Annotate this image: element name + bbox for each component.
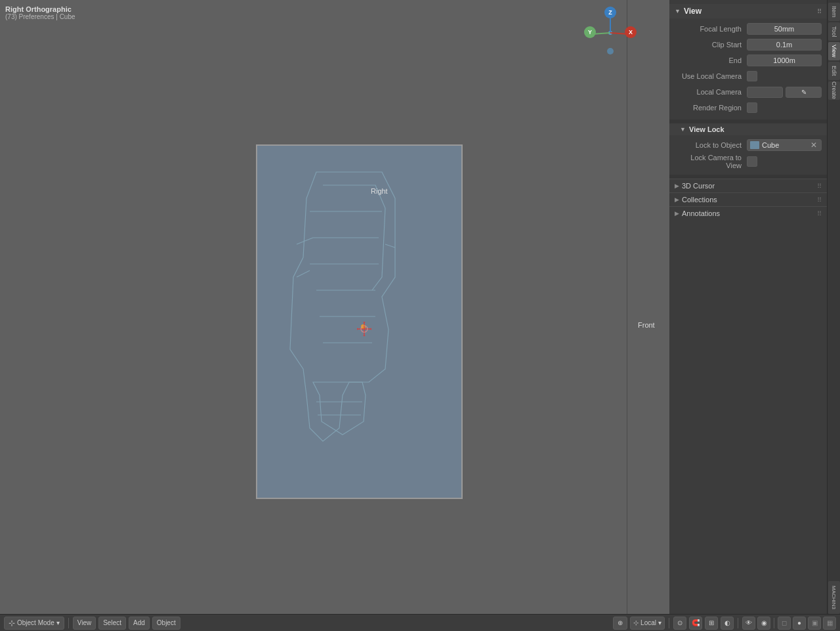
cursor-3d-collapse[interactable]: ▶ 3D Cursor ⠿ [669,179,827,192]
object-menu-label: Object [157,619,176,626]
space-arrow: ▾ [658,619,662,626]
status-divider-4 [774,618,774,628]
mode-label: Object Mode [17,619,54,626]
mode-icon: ⊹ [9,619,15,628]
clip-start-row: Clip Start 0.1m [675,38,822,51]
panel-tabs: Item Tool View Edit Create MACHIN3 [827,0,840,614]
view-section-dots: ⠿ [817,8,822,15]
cursor-3d-dots: ⠿ [817,183,822,190]
render-region-label: Render Region [675,104,747,112]
focal-length-row: Focal Length 50mm [675,22,822,35]
svg-point-8 [364,322,366,323]
lock-camera-checkbox[interactable] [747,156,757,167]
viewport-breadcrumb: (73) Preferences | Cube [5,13,75,20]
collections-arrow: ▶ [675,196,679,203]
view-menu-label: View [77,619,92,626]
local-camera-picker[interactable]: ✎ [786,87,822,98]
annotations-title: Annotations [682,209,817,217]
clip-end-value[interactable]: 1000m [747,54,822,66]
view-section-content: Focal Length 50mm Clip Start 0.1m End 10… [669,20,827,120]
clip-end-row: End 1000m [675,54,822,67]
cursor-pivot[interactable]: ⊕ [613,617,627,630]
shading-solid-btn[interactable]: ● [793,617,806,630]
view-lock-title: View Lock [689,125,724,133]
select-menu-label: Select [103,619,121,626]
view-section-header[interactable]: ▼ View ⠿ [669,4,827,18]
view-menu[interactable]: View [73,617,96,630]
viewport[interactable]: Right Orthographic (73) Preferences | Cu… [0,0,669,614]
status-divider-1 [68,618,69,628]
label-front: Front [638,321,655,329]
use-local-camera-checkbox[interactable] [747,71,757,81]
svg-point-10 [357,328,358,330]
lock-to-object-icon [750,141,759,149]
cursor-3d-title: 3D Cursor [682,182,817,190]
render-region-checkbox[interactable] [747,102,757,113]
transform-btn[interactable]: ⊞ [705,617,718,630]
focal-length-value[interactable]: 50mm [747,23,822,35]
view-lock-arrow: ▼ [680,126,686,133]
svg-point-9 [364,336,366,337]
annotations-arrow: ▶ [675,210,679,217]
object-menu[interactable]: Object [152,617,180,630]
cursor-3d-arrow: ▶ [675,183,679,189]
local-camera-value[interactable] [747,87,783,98]
mode-selector[interactable]: ⊹ Object Mode ▾ [4,617,64,630]
render-region-row: Render Region [675,101,822,114]
select-menu[interactable]: Select [98,617,126,630]
use-local-camera-label: Use Local Camera [675,72,747,80]
clip-start-value[interactable]: 0.1m [747,39,822,51]
viewport-gizmo[interactable]: Z X Y [584,7,637,59]
annotations-collapse[interactable]: ▶ Annotations ⠿ [669,206,827,220]
add-menu-label: Add [133,619,145,626]
proportional-editing-btn[interactable]: ⊙ [673,617,686,630]
cursor-icon: ⊕ [618,619,623,626]
snap-btn[interactable]: 🧲 [689,617,702,630]
status-divider-3 [738,618,738,628]
viewport-preview-btn[interactable]: 👁 [742,617,755,630]
lock-to-object-row: Lock to Object Cube ✕ [675,139,822,151]
add-menu[interactable]: Add [129,617,150,630]
gizmo-x-axis[interactable]: X [625,26,637,38]
lock-to-object-name: Cube [762,141,809,149]
collections-collapse[interactable]: ▶ Collections ⠿ [669,192,827,206]
mode-dropdown-arrow: ▾ [56,619,60,626]
tab-create[interactable]: Create [828,81,840,100]
lock-to-object-label: Lock to Object [675,141,747,149]
viewport-mode-label: Right Orthographic [5,5,75,13]
shading-wireframe-btn[interactable]: ◻ [778,617,791,630]
view-lock-header[interactable]: ▼ View Lock [669,123,827,135]
status-right-icons: 👁 ◉ ◻ ● ▣ ▦ [742,617,836,630]
local-camera-row: Local Camera ✎ [675,85,822,98]
svg-point-11 [371,328,372,330]
view-section-arrow: ▼ [675,8,681,14]
status-bar: ⊹ Object Mode ▾ View Select Add Object ⊕… [0,614,840,631]
space-icon: ⊹ [633,619,639,626]
lock-to-object-value-container[interactable]: Cube ✕ [747,139,822,151]
view-section-title: View [684,7,702,16]
local-camera-label: Local Camera [675,88,747,96]
tab-item[interactable]: Item [828,3,840,21]
use-local-camera-row: Use Local Camera [675,70,822,83]
lock-to-object-remove[interactable]: ✕ [809,141,818,150]
clip-end-label: End [675,56,747,64]
overlay-btn[interactable]: ◐ [721,617,734,630]
lock-camera-row: Lock Camera to View [675,154,822,169]
space-selector[interactable]: ⊹ Local ▾ [630,617,665,630]
focal-length-label: Focal Length [675,25,747,33]
gizmo-z-axis[interactable]: Z [604,7,616,18]
tab-edit[interactable]: Edit [828,62,840,80]
properties-panel: ▼ View ⠿ Focal Length 50mm Clip Start 0.… [669,0,827,614]
tab-machin3[interactable]: MACHIN3 [828,581,840,614]
viewport-info: Right Orthographic (73) Preferences | Cu… [5,5,75,20]
tab-tool[interactable]: Tool [828,22,840,41]
render-btn[interactable]: ◉ [757,617,770,630]
clip-start-label: Clip Start [675,41,747,49]
tab-view[interactable]: View [828,42,840,60]
3d-cursor [357,322,371,336]
annotations-dots: ⠿ [817,210,822,217]
shading-render-btn[interactable]: ▦ [823,617,836,630]
gizmo-y-axis[interactable]: Y [584,26,596,38]
shading-material-btn[interactable]: ▣ [808,617,821,630]
svg-point-4 [607,48,614,54]
